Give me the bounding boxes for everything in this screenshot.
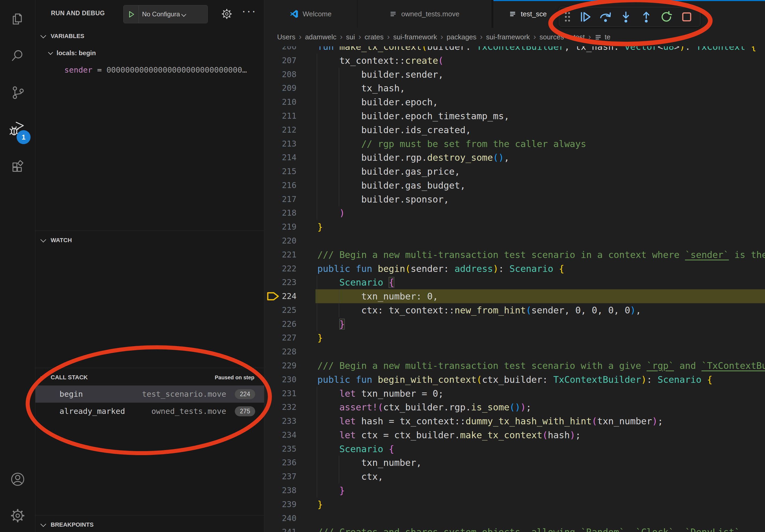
code-line-209[interactable]: 209 tx_hash, [264,81,765,95]
source-control-icon[interactable] [0,86,35,100]
variables-scope-row[interactable]: locals: begin [49,46,96,60]
start-debugging-play-icon[interactable] [124,5,139,23]
code-line-218[interactable]: 218 ) [264,206,765,220]
section-divider [35,231,264,231]
section-breakpoints[interactable]: BREAKPOINTS [35,518,264,531]
code-text: tx_context::create( [318,54,443,68]
code-line-232[interactable]: 232 assert!(ctx_builder.rgp.is_some()); [264,400,765,414]
code-line-228[interactable]: 228 [264,345,765,359]
code-line-212[interactable]: 212 builder.ids_created, [264,123,765,137]
code-line-224[interactable]: 224 txn_number: 0, [264,289,765,303]
start-debugging-dropdown[interactable]: No Configura [123,5,208,23]
code-text: /// Begin a new multi-transaction test s… [318,359,765,373]
code-line-210[interactable]: 210 builder.epoch, [264,95,765,109]
code-line-221[interactable]: 221/// Begin a new multi-transaction tes… [264,248,765,262]
chevron-down-icon [182,12,186,17]
restart-icon[interactable] [660,9,673,25]
code-line-213[interactable]: 213 // rgp must be set from the caller a… [264,137,765,151]
variable-value: 00000000000000000000000000000… [106,65,247,75]
more-actions-icon[interactable]: ··· [242,4,257,18]
code-line-207[interactable]: 207 tx_context::create( [264,54,765,68]
breadcrumb-separator: › [567,32,570,41]
code-line-216[interactable]: 216 builder.gas_budget, [264,178,765,192]
step-out-icon[interactable] [640,9,653,25]
section-label: BREAKPOINTS [51,521,94,528]
breadcrumb-item[interactable]: adamwelc [305,33,337,41]
activity-bar: 1 [0,0,35,532]
code-line-229[interactable]: 229/// Begin a new multi-transaction tes… [264,359,765,373]
code-text: } [318,317,345,331]
section-divider [35,368,264,368]
code-text: } [318,220,323,234]
line-number: 213 [270,137,297,151]
tab-label: Welcome [303,10,332,18]
code-line-238[interactable]: 238 } [264,483,765,497]
callstack-frame-begin[interactable]: begintest_scenario.move224 [35,386,264,402]
breadcrumb-separator: › [480,32,483,41]
breadcrumb-item[interactable]: test [574,33,585,41]
extensions-icon[interactable] [0,160,35,174]
code-line-233[interactable]: 233 let hash = tx_context::dummy_tx_hash… [264,414,765,428]
step-over-icon[interactable] [599,9,612,25]
indent-guide [317,317,317,331]
code-line-236[interactable]: 236 txn_number, [264,456,765,470]
debug-settings-gear-icon[interactable] [222,9,232,20]
code-line-226[interactable]: 226 } [264,317,765,331]
files-icon[interactable] [0,12,35,26]
code-line-214[interactable]: 214 builder.rgp.destroy_some(), [264,150,765,164]
indent-guide [317,109,317,123]
section-watch[interactable]: WATCH [35,234,264,247]
settings-gear-icon[interactable] [0,508,35,523]
code-line-225[interactable]: 225 ctx: tx_context::new_from_hint(sende… [264,303,765,317]
indent-guide [317,178,317,192]
breadcrumb-item[interactable]: sui-framework [393,33,437,41]
tab-Welcome[interactable]: Welcome [264,0,357,28]
line-number: 216 [270,178,297,192]
code-line-219[interactable]: 219} [264,220,765,234]
search-icon[interactable] [0,49,35,63]
code-line-211[interactable]: 211 builder.epoch_timestamp_ms, [264,109,765,123]
callstack-frame-already_marked[interactable]: already_markedowned_tests.move275 [35,402,264,420]
code-text: public fun begin(sender: address): Scena… [318,262,564,276]
code-line-239[interactable]: 239} [264,497,765,511]
code-line-234[interactable]: 234 let ctx = ctx_builder.make_tx_contex… [264,428,765,442]
breadcrumb-file[interactable]: te [594,33,611,41]
line-number: 241 [270,525,297,532]
gripper-icon[interactable] [563,9,571,25]
line-number: 211 [270,109,297,123]
breadcrumb-item[interactable]: packages [446,33,476,41]
callstack-status: Paused on step [215,371,254,384]
code-line-223[interactable]: 223 Scenario { [264,275,765,289]
line-number: 236 [270,456,297,470]
breadcrumb-separator: › [359,32,361,41]
code-line-240[interactable]: 240 [264,511,765,525]
continue-icon[interactable] [579,9,592,25]
code-text: builder.gas_budget, [318,178,465,192]
code-text: ctx: tx_context::new_from_hint(sender, 0… [318,303,641,317]
code-line-222[interactable]: 222public fun begin(sender: address): Sc… [264,262,765,276]
section-variables[interactable]: VARIABLES [35,30,264,43]
code-line-217[interactable]: 217 builder.sponsor, [264,192,765,206]
code-line-230[interactable]: 230public fun begin_with_context(ctx_bui… [264,373,765,387]
tab-owned_tests.move[interactable]: owned_tests.move [357,0,492,28]
code-line-235[interactable]: 235 Scenario { [264,442,765,456]
step-into-icon[interactable] [619,9,632,25]
code-line-208[interactable]: 208 builder.sender, [264,68,765,82]
stop-icon[interactable] [680,9,693,25]
code-line-241[interactable]: 241/// Creates and shares system objects… [264,525,765,532]
code-line-215[interactable]: 215 builder.gas_price, [264,164,765,178]
breadcrumb-item[interactable]: sui-framework [486,33,530,41]
code-line-237[interactable]: 237 ctx, [264,470,765,483]
breadcrumb-item[interactable]: sui [346,33,355,41]
code-text: } [318,497,323,511]
code-line-227[interactable]: 227} [264,331,765,345]
breadcrumb-item[interactable]: crates [365,33,383,41]
breadcrumb-item[interactable]: sources [539,33,564,41]
breadcrumb-item[interactable]: Users [277,33,296,41]
variable-row[interactable]: sender = 00000000000000000000000000000… [64,63,247,77]
code-area[interactable]: 206fun make_tx_context(builder: TxContex… [264,0,765,532]
code-line-220[interactable]: 220 [264,234,765,248]
code-line-231[interactable]: 231 let txn_number = 0; [264,387,765,400]
account-icon[interactable] [0,472,35,486]
line-number: 214 [270,150,297,164]
